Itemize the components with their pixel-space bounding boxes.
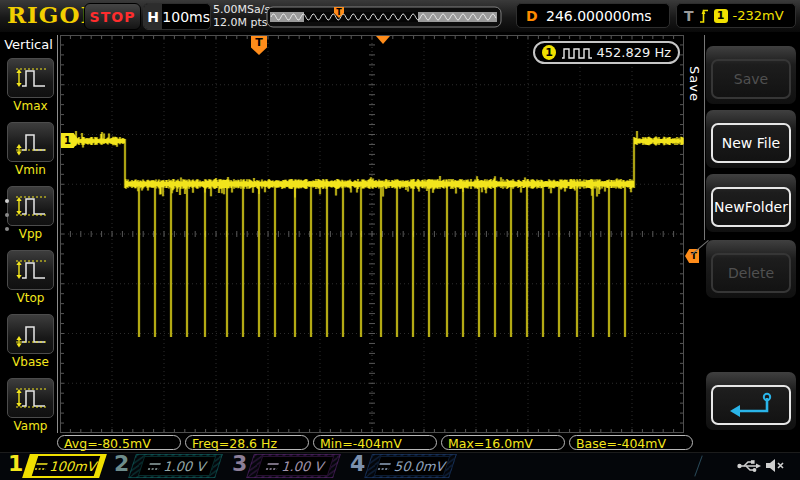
menu-item-vpp[interactable]: Vpp <box>7 186 54 241</box>
trigger-status[interactable]: T 1 -232mV <box>676 3 796 28</box>
menu-item-vamp[interactable]: Vamp <box>7 378 54 433</box>
channel-number: 3 <box>232 451 247 476</box>
vpp-icon <box>7 186 54 226</box>
vmax-icon <box>7 58 54 98</box>
measurement-freq: Freq=28.6 Hz <box>185 435 309 450</box>
softkey-newfolder[interactable]: NewFolder <box>706 174 796 232</box>
square-wave-icon <box>561 47 591 59</box>
trigger-level-value: -232mV <box>733 8 784 23</box>
menu-item-label: Vpp <box>7 227 54 241</box>
menu-page-dot <box>5 199 9 203</box>
channel-number: 4 <box>350 451 365 476</box>
return-arrow-icon <box>723 390 779 420</box>
channel-4-tab[interactable]: 450.0mV <box>344 453 456 479</box>
dc-coupling-icon <box>146 462 162 471</box>
channel-scale-value: 1.00 V <box>162 459 209 474</box>
menu-page-dot <box>5 213 9 217</box>
softkey-return[interactable] <box>706 372 796 430</box>
menu-item-vtop[interactable]: Vtop <box>7 250 54 305</box>
run-state-button[interactable]: STOP <box>84 3 141 30</box>
trigger-source-badge: 1 <box>714 9 728 23</box>
graticule-display <box>60 35 684 433</box>
freq-counter-channel-badge: 1 <box>542 45 556 60</box>
h-label: H <box>144 4 162 29</box>
rising-edge-icon <box>699 7 709 24</box>
frequency-counter: 1 452.829 Hz <box>533 41 680 64</box>
channel-scale-value: 100mV <box>48 459 99 474</box>
softkey-label: Save <box>711 59 791 99</box>
channel-number: 2 <box>114 451 129 476</box>
softkey-label: New File <box>711 123 791 163</box>
left-menu-separator <box>57 35 58 433</box>
right-menu-frame <box>704 35 705 240</box>
dc-coupling-icon <box>377 462 393 471</box>
channel-scale: 50.0mV <box>374 456 450 476</box>
sample-rate: 5.00MSa/s <box>213 4 270 17</box>
menu-item-label: Vbase <box>7 355 54 369</box>
channel-scale: 1.00 V <box>138 456 216 476</box>
menu-item-label: Vtop <box>7 291 54 305</box>
channel-scale-value: 50.0mV <box>393 459 448 474</box>
dc-coupling-icon <box>34 462 49 471</box>
channel-3-tab[interactable]: 31.00 V <box>226 453 340 479</box>
vmin-icon <box>7 122 54 162</box>
waveform-preview-strip[interactable]: T <box>266 6 502 28</box>
softkey-label <box>711 385 791 425</box>
menu-page-dot <box>5 227 9 231</box>
trigger-level-marker[interactable]: T <box>685 249 699 263</box>
measurement-max: Max=16.0mV <box>441 435 565 450</box>
menu-item-vmax[interactable]: Vmax <box>7 58 54 113</box>
softkey-delete[interactable]: Delete <box>706 240 796 298</box>
channel-2-tab[interactable]: 21.00 V <box>108 453 222 479</box>
channel-scale: 100mV <box>32 456 100 476</box>
svg-text:T: T <box>336 8 342 17</box>
softkey-save[interactable]: Save <box>706 46 796 104</box>
d-label: D <box>526 8 538 24</box>
channel-1-tab[interactable]: 1100mV <box>2 453 106 479</box>
dc-coupling-icon <box>264 462 280 471</box>
right-menu-tab-label: Save <box>687 66 702 102</box>
softkey-new-file[interactable]: New File <box>706 110 796 168</box>
menu-item-label: Vmax <box>7 99 54 113</box>
freq-counter-value: 452.829 Hz <box>597 45 672 60</box>
menu-item-vbase[interactable]: Vbase <box>7 314 54 369</box>
usb-icon <box>736 458 762 473</box>
speaker-muted-icon <box>764 457 786 474</box>
acquisition-info: 5.00MSa/s 12.0M pts <box>213 4 270 29</box>
left-menu-title: Vertical <box>0 37 57 52</box>
menu-item-vmin[interactable]: Vmin <box>7 122 54 177</box>
channel-scale-value: 1.00 V <box>280 459 327 474</box>
vbase-icon <box>7 314 54 354</box>
channel-number: 1 <box>8 451 23 476</box>
channel-scale: 1.00 V <box>256 456 334 476</box>
timebase-value: 100ms <box>162 9 210 25</box>
menu-item-label: Vmin <box>7 163 54 177</box>
measurement-base: Base=-404mV <box>569 435 693 450</box>
softkey-label: NewFolder <box>711 187 791 227</box>
menu-item-label: Vamp <box>7 419 54 433</box>
vamp-icon <box>7 378 54 418</box>
measurement-avg: Avg=-80.5mV <box>57 435 181 450</box>
trigger-delay-readout[interactable]: D 246.000000ms <box>516 3 670 28</box>
softkey-label: Delete <box>711 253 791 293</box>
memory-depth: 12.0M pts <box>213 17 270 30</box>
measurement-min: Min=-404mV <box>313 435 437 450</box>
horizontal-timebase[interactable]: H 100ms <box>143 3 211 30</box>
oscilloscope-screen: { "brand": "RIGOL", "top_bar": { "run_st… <box>0 0 800 480</box>
vtop-icon <box>7 250 54 290</box>
t-label: T <box>684 8 694 24</box>
delay-value: 246.000000ms <box>538 8 660 24</box>
